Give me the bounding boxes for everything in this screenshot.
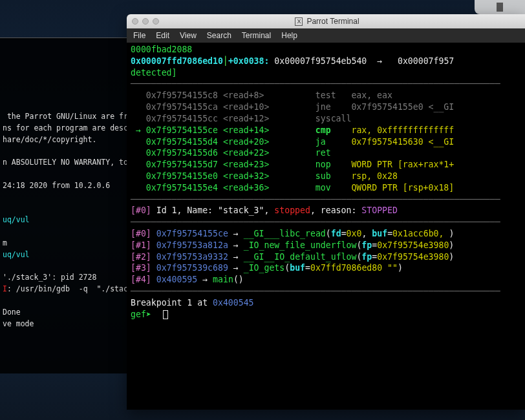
terminal-content[interactable]: 0000fbad2088 0x00007ffd7086ed10│+0x0038:… (127, 43, 525, 324)
x11-icon: X (295, 17, 303, 26)
close-icon[interactable] (132, 18, 138, 25)
window-controls (127, 18, 164, 25)
parrot-terminal-window[interactable]: X Parrot Terminal File Edit View Search … (127, 14, 525, 410)
dock-app-icon[interactable] (497, 3, 503, 12)
menu-help[interactable]: Help (281, 31, 297, 40)
menu-edit[interactable]: Edit (156, 31, 169, 40)
menu-view[interactable]: View (180, 31, 197, 40)
menu-search[interactable]: Search (207, 31, 231, 40)
menubar: File Edit View Search Terminal Help (127, 28, 525, 43)
menu-terminal[interactable]: Terminal (242, 31, 271, 40)
maximize-icon[interactable] (153, 18, 159, 25)
dock-panel (475, 0, 525, 14)
window-title: X Parrot Terminal (164, 17, 490, 26)
menu-file[interactable]: File (133, 31, 145, 40)
cursor (163, 310, 168, 319)
window-titlebar[interactable]: X Parrot Terminal (127, 14, 525, 28)
minimize-icon[interactable] (142, 18, 149, 25)
